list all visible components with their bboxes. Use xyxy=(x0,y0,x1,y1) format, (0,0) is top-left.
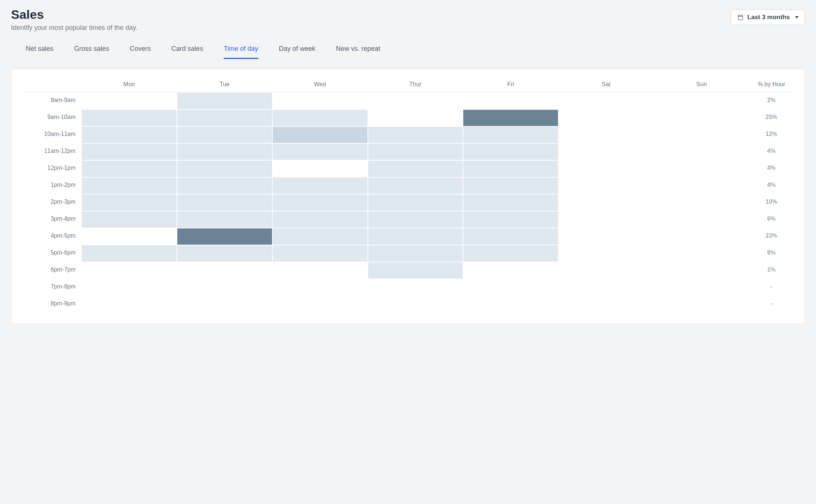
heatmap-cell[interactable] xyxy=(368,245,463,262)
heatmap-cell[interactable] xyxy=(82,93,177,109)
heatmap-cell[interactable] xyxy=(463,296,558,312)
heatmap-cell[interactable] xyxy=(559,245,653,262)
heatmap-cell[interactable] xyxy=(559,211,653,228)
heatmap-cell[interactable] xyxy=(273,296,367,312)
heatmap-cell[interactable] xyxy=(273,127,367,143)
heatmap-cell[interactable] xyxy=(463,245,558,262)
heatmap-cell[interactable] xyxy=(559,296,653,312)
tab-time-of-day[interactable]: Time of day xyxy=(224,42,258,59)
heatmap-cell[interactable] xyxy=(654,245,749,262)
heatmap-cell[interactable] xyxy=(273,279,367,295)
heatmap-cell[interactable] xyxy=(559,228,653,245)
heatmap-cell[interactable] xyxy=(463,211,558,228)
heatmap-cell[interactable] xyxy=(82,296,177,312)
heatmap-cell[interactable] xyxy=(654,211,749,228)
heatmap-cell[interactable] xyxy=(177,279,272,295)
heatmap-cell[interactable] xyxy=(177,178,272,194)
heatmap-cell[interactable] xyxy=(273,178,367,194)
heatmap-cell[interactable] xyxy=(463,127,558,143)
heatmap-cell[interactable] xyxy=(654,279,749,295)
heatmap-cell[interactable] xyxy=(273,161,367,177)
heatmap-cell[interactable] xyxy=(463,262,558,279)
heatmap-cell[interactable] xyxy=(654,110,749,126)
heatmap-cell[interactable] xyxy=(82,279,177,295)
heatmap-cell[interactable] xyxy=(82,110,177,126)
heatmap-cell[interactable] xyxy=(177,127,272,143)
heatmap-cell[interactable] xyxy=(559,127,653,143)
heatmap-cell[interactable] xyxy=(559,161,653,177)
heatmap-cell[interactable] xyxy=(82,245,177,262)
heatmap-cell[interactable] xyxy=(368,228,463,245)
heatmap-cell[interactable] xyxy=(177,228,272,245)
heatmap-cell[interactable] xyxy=(82,178,177,194)
heatmap-cell[interactable] xyxy=(177,144,272,160)
heatmap-cell[interactable] xyxy=(82,228,177,245)
heatmap-cell[interactable] xyxy=(368,195,463,211)
heatmap-cell[interactable] xyxy=(177,110,272,126)
heatmap-cell[interactable] xyxy=(654,144,749,160)
heatmap-cell[interactable] xyxy=(82,127,177,143)
heatmap-cell[interactable] xyxy=(82,195,177,211)
heatmap-cell[interactable] xyxy=(368,178,463,194)
heatmap-cell[interactable] xyxy=(368,127,463,143)
heatmap-cell[interactable] xyxy=(559,110,653,126)
heatmap-cell[interactable] xyxy=(368,262,463,279)
heatmap-cell[interactable] xyxy=(273,211,367,228)
heatmap-cell[interactable] xyxy=(654,161,749,177)
heatmap-cell[interactable] xyxy=(559,262,653,279)
heatmap-cell[interactable] xyxy=(463,144,558,160)
heatmap-cell[interactable] xyxy=(177,93,272,109)
heatmap-cell[interactable] xyxy=(273,262,367,279)
heatmap-cell[interactable] xyxy=(463,110,558,126)
heatmap-cell[interactable] xyxy=(177,161,272,177)
heatmap-cell[interactable] xyxy=(368,161,463,177)
tab-gross-sales[interactable]: Gross sales xyxy=(74,42,109,59)
heatmap-cell[interactable] xyxy=(82,211,177,228)
heatmap-cell[interactable] xyxy=(273,228,367,245)
page-header: Sales Identify your most popular times o… xyxy=(11,7,805,32)
heatmap-cell[interactable] xyxy=(654,178,749,194)
heatmap-cell[interactable] xyxy=(82,262,177,279)
heatmap-cell[interactable] xyxy=(368,110,463,126)
heatmap-cell[interactable] xyxy=(654,262,749,279)
heatmap-cell[interactable] xyxy=(368,93,463,109)
heatmap-cell[interactable] xyxy=(368,144,463,160)
heatmap-cell[interactable] xyxy=(177,262,272,279)
heatmap-cell[interactable] xyxy=(654,127,749,143)
heatmap-cell[interactable] xyxy=(463,161,558,177)
heatmap-cell[interactable] xyxy=(177,195,272,211)
heatmap-cell[interactable] xyxy=(463,93,558,109)
heatmap-cell[interactable] xyxy=(177,211,272,228)
heatmap-cell[interactable] xyxy=(368,279,463,295)
heatmap-cell[interactable] xyxy=(82,161,177,177)
heatmap-cell[interactable] xyxy=(177,245,272,262)
heatmap-cell[interactable] xyxy=(654,228,749,245)
heatmap-cell[interactable] xyxy=(368,296,463,312)
heatmap-cell[interactable] xyxy=(273,195,367,211)
tab-net-sales[interactable]: Net sales xyxy=(26,42,53,59)
heatmap-cell[interactable] xyxy=(559,144,653,160)
heatmap-cell[interactable] xyxy=(177,296,272,312)
heatmap-cell[interactable] xyxy=(559,195,653,211)
heatmap-cell[interactable] xyxy=(463,228,558,245)
heatmap-cell[interactable] xyxy=(82,144,177,160)
heatmap-cell[interactable] xyxy=(273,144,367,160)
heatmap-cell[interactable] xyxy=(463,195,558,211)
tab-covers[interactable]: Covers xyxy=(130,42,151,59)
heatmap-cell[interactable] xyxy=(654,93,749,109)
heatmap-cell[interactable] xyxy=(368,211,463,228)
heatmap-cell[interactable] xyxy=(559,93,653,109)
heatmap-cell[interactable] xyxy=(463,279,558,295)
heatmap-cell[interactable] xyxy=(273,110,367,126)
tab-day-of-week[interactable]: Day of week xyxy=(279,42,315,59)
heatmap-cell[interactable] xyxy=(559,279,653,295)
heatmap-cell[interactable] xyxy=(654,195,749,211)
tab-card-sales[interactable]: Card sales xyxy=(171,42,203,59)
heatmap-cell[interactable] xyxy=(463,178,558,194)
tab-new-vs-repeat[interactable]: New vs. repeat xyxy=(336,42,380,59)
heatmap-cell[interactable] xyxy=(273,93,367,109)
date-range-dropdown[interactable]: Last 3 months xyxy=(731,10,805,25)
heatmap-cell[interactable] xyxy=(654,296,749,312)
heatmap-cell[interactable] xyxy=(273,245,367,262)
heatmap-cell[interactable] xyxy=(559,178,653,194)
